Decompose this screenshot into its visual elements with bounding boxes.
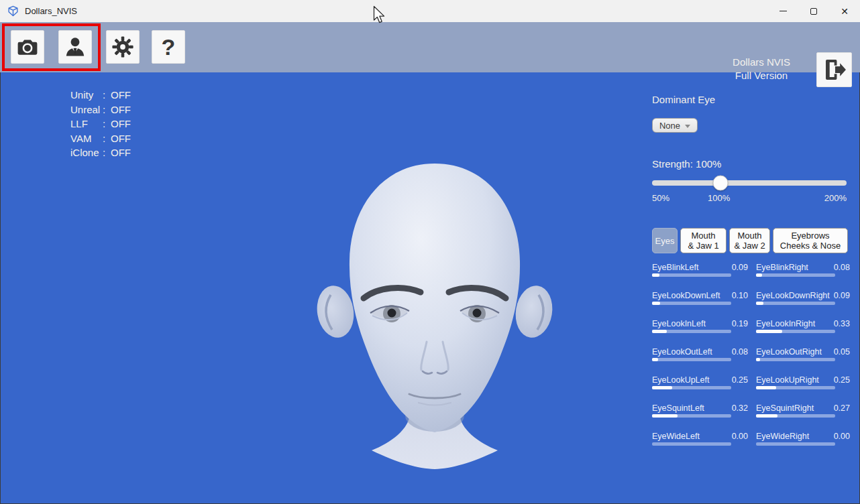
strength-slider[interactable] (652, 176, 847, 190)
gear-icon (111, 35, 135, 59)
avatar-head-render (301, 146, 569, 495)
status-row-unity: Unity:OFF (70, 88, 131, 103)
minimize-button[interactable] (767, 0, 798, 22)
titlebar[interactable]: Dollars_NVIS ✕ (0, 0, 860, 22)
status-row-llf: LLF:OFF (70, 117, 131, 131)
blendshape-row: EyeLookInLeft0.19 (652, 319, 748, 332)
status-row-iclone: iClone:OFF (70, 145, 131, 160)
blendshape-meter (756, 386, 835, 389)
blendshape-row: EyeLookInRight0.33 (756, 319, 850, 332)
settings-button[interactable] (106, 30, 140, 64)
blendshape-meter (652, 273, 731, 277)
app-logo-icon (7, 5, 19, 17)
blendshape-row: EyeSquintRight0.27 (756, 403, 850, 417)
connection-status-list: Unity:OFF Unreal:OFF LLF:OFF VAM:OFF iCl… (70, 88, 131, 160)
blendshape-row: EyeLookDownRight0.09 (756, 291, 850, 304)
strength-label: Strength: 100% (652, 158, 721, 170)
blendshape-grid: EyeBlinkLeft0.09 EyeBlinkRight0.08 EyeLo… (652, 263, 850, 445)
avatar-icon (63, 35, 87, 59)
blendshape-row: EyeBlinkRight0.08 (756, 263, 850, 276)
blendshape-row: EyeLookOutRight0.05 (756, 347, 850, 361)
blendshape-row: EyeWideRight0.00 (756, 432, 850, 445)
blendshape-row: EyeLookDownLeft0.10 (652, 291, 748, 304)
blendshape-meter (756, 442, 835, 446)
status-row-vam: VAM:OFF (70, 131, 131, 146)
blendshape-row: EyeWideLeft0.00 (652, 432, 748, 445)
blendshape-meter (756, 302, 835, 305)
tab-eyebrows-cheeks-nose[interactable]: Eyebrows Cheeks & Nose (773, 228, 848, 253)
tab-eyes[interactable]: Eyes (652, 228, 678, 253)
annotation-box (2, 23, 101, 71)
blendshape-row: EyeLookUpRight0.25 (756, 375, 850, 389)
camera-button[interactable] (11, 30, 44, 64)
blendshape-row: EyeLookOutLeft0.08 (652, 347, 748, 361)
minimize-icon (780, 11, 787, 11)
main-viewport: Unity:OFF Unreal:OFF LLF:OFF VAM:OFF iCl… (0, 72, 860, 504)
maximize-icon (810, 8, 817, 15)
help-button[interactable]: ? (152, 30, 185, 64)
camera-icon (15, 35, 40, 59)
blendshape-tabs: Eyes Mouth & Jaw 1 Mouth & Jaw 2 Eyebrow… (652, 228, 848, 253)
blendshape-row: EyeBlinkLeft0.09 (652, 263, 748, 276)
close-button[interactable]: ✕ (829, 0, 860, 22)
blendshape-row: EyeLookUpLeft0.25 (652, 375, 748, 389)
question-mark-icon: ? (162, 34, 176, 60)
dominant-eye-dropdown[interactable]: None (652, 118, 698, 133)
maximize-button[interactable] (798, 0, 829, 22)
window-title: Dollars_NVIS (25, 6, 77, 16)
dominant-eye-label: Dominant Eye (652, 94, 848, 105)
tab-mouth-jaw-2[interactable]: Mouth & Jaw 2 (729, 228, 770, 253)
strength-scale: 50% 100% 200% (652, 193, 847, 204)
blendshape-meter (756, 273, 835, 277)
avatar-button[interactable] (58, 30, 92, 64)
blendshape-meter (652, 386, 731, 389)
blendshape-meter (756, 358, 835, 361)
blendshape-meter (756, 330, 835, 333)
chevron-down-icon (685, 125, 690, 128)
blendshape-meter (652, 414, 731, 418)
dominant-eye-value: None (659, 121, 680, 131)
blendshape-meter (652, 442, 731, 446)
blendshape-meter (652, 302, 731, 305)
tab-mouth-jaw-1[interactable]: Mouth & Jaw 1 (680, 228, 727, 253)
strength-slider-track[interactable] (652, 180, 847, 186)
blendshape-meter (756, 414, 835, 418)
right-panel: Dominant Eye None Strength: 100% 50% 100… (652, 94, 848, 496)
blendshape-meter (652, 358, 731, 361)
blendshape-meter (652, 330, 731, 333)
blendshape-row: EyeSquintLeft0.32 (652, 403, 748, 417)
status-row-unreal: Unreal:OFF (70, 103, 131, 117)
strength-slider-thumb[interactable] (712, 176, 728, 191)
toolbar: ? Dollars NVIS Full Version (0, 22, 860, 72)
